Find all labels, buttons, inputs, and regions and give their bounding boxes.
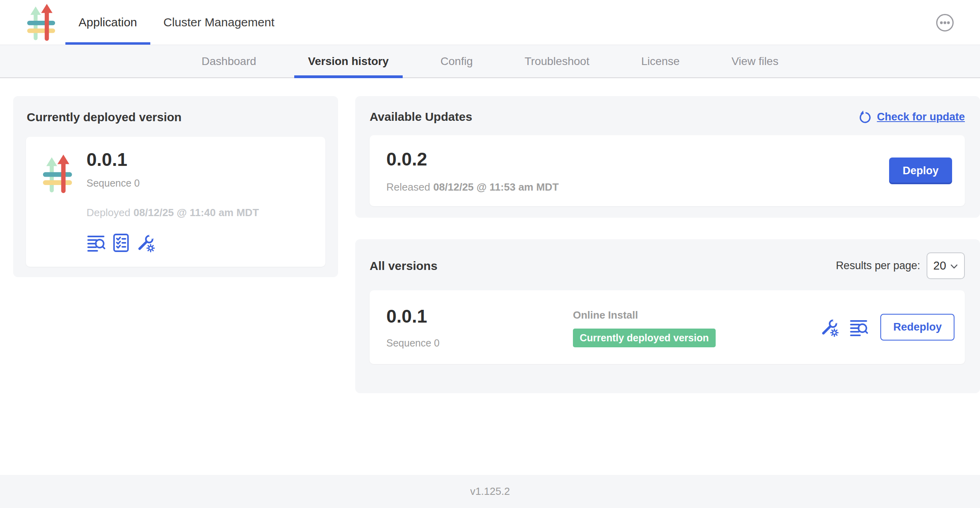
app-logo-icon <box>24 4 59 41</box>
log-search-icon[interactable] <box>87 233 106 252</box>
redeploy-button[interactable]: Redeploy <box>880 314 954 341</box>
all-versions-panel: All versions Results per page: 20 0.0. <box>355 239 980 393</box>
top-navbar: Application Cluster Management <box>0 0 980 45</box>
chevron-down-icon <box>950 263 958 271</box>
version-row: 0.0.1 Sequence 0 Online Install Currentl… <box>370 290 965 364</box>
tab-application[interactable]: Application <box>65 0 150 45</box>
app-logo-icon <box>40 149 75 252</box>
log-search-icon[interactable] <box>849 318 868 337</box>
tab-license[interactable]: License <box>627 45 694 77</box>
version-row-actions: Redeploy <box>820 314 954 341</box>
deployed-version-number: 0.0.1 <box>87 149 259 170</box>
results-per-page-select[interactable]: 20 <box>927 252 965 279</box>
update-details: 0.0.2 Released08/12/25 @ 11:53 am MDT <box>386 148 559 193</box>
footer-bar: v1.125.2 <box>0 475 980 508</box>
released-prefix: Released <box>386 181 430 193</box>
all-versions-header: All versions Results per page: 20 <box>370 252 965 279</box>
admin-console-page: Application Cluster Management Dashboard… <box>0 0 980 508</box>
tab-license-label: License <box>641 55 680 68</box>
tab-application-label: Application <box>79 16 137 29</box>
all-versions-title: All versions <box>370 259 437 273</box>
available-updates-title: Available Updates <box>370 110 472 124</box>
current-version-column: Currently deployed version 0.0.1 Sequenc… <box>13 96 338 277</box>
version-row-sequence: Sequence 0 <box>386 337 573 349</box>
tab-version-history-label: Version history <box>308 55 389 68</box>
top-nav-tabs: Application Cluster Management <box>65 0 287 45</box>
currently-deployed-panel: Currently deployed version 0.0.1 Sequenc… <box>13 96 338 277</box>
deployed-date: 08/12/25 @ 11:40 am MDT <box>134 207 259 219</box>
tab-config[interactable]: Config <box>427 45 487 77</box>
tab-view-files[interactable]: View files <box>718 45 793 77</box>
tab-troubleshoot[interactable]: Troubleshoot <box>511 45 603 77</box>
update-row: 0.0.2 Released08/12/25 @ 11:53 am MDT De… <box>370 135 965 206</box>
results-per-page-label: Results per page: <box>836 260 920 272</box>
deployed-timestamp: Deployed08/12/25 @ 11:40 am MDT <box>87 207 259 219</box>
version-row-status: Online Install Currently deployed versio… <box>573 307 820 347</box>
results-per-page-value: 20 <box>933 259 946 272</box>
refresh-icon <box>858 110 872 124</box>
tab-dashboard-label: Dashboard <box>202 55 256 68</box>
deployed-version-details: 0.0.1 Sequence 0 Deployed08/12/25 @ 11:4… <box>87 149 259 252</box>
released-date: 08/12/25 @ 11:53 am MDT <box>433 181 559 193</box>
currently-deployed-badge: Currently deployed version <box>573 329 716 347</box>
console-version: v1.125.2 <box>470 485 510 498</box>
deployed-version-actions <box>87 233 259 252</box>
tab-config-label: Config <box>441 55 473 68</box>
check-for-update-link[interactable]: Check for update <box>858 110 965 124</box>
version-row-details: 0.0.1 Sequence 0 <box>386 305 573 349</box>
deployed-sequence: Sequence 0 <box>87 177 259 189</box>
tab-cluster-management-label: Cluster Management <box>163 16 274 29</box>
tab-troubleshoot-label: Troubleshoot <box>525 55 589 68</box>
update-version-number: 0.0.2 <box>386 148 559 170</box>
available-updates-panel: Available Updates Check for update 0.0.2… <box>355 96 980 218</box>
deployed-prefix: Deployed <box>87 207 130 219</box>
install-type-label: Online Install <box>573 309 820 321</box>
versions-column: Available Updates Check for update 0.0.2… <box>355 96 980 393</box>
ellipsis-circle-icon[interactable] <box>935 13 954 32</box>
update-released-timestamp: Released08/12/25 @ 11:53 am MDT <box>386 181 559 193</box>
app-subnav: Dashboard Version history Config Trouble… <box>0 45 980 78</box>
tab-view-files-label: View files <box>732 55 779 68</box>
wrench-gear-icon[interactable] <box>820 318 839 337</box>
main-content: Currently deployed version 0.0.1 Sequenc… <box>0 78 980 475</box>
available-updates-header: Available Updates Check for update <box>370 110 965 124</box>
tab-cluster-management[interactable]: Cluster Management <box>150 0 287 45</box>
tab-version-history[interactable]: Version history <box>294 45 403 77</box>
deployed-version-card: 0.0.1 Sequence 0 Deployed08/12/25 @ 11:4… <box>26 137 325 267</box>
preflight-checklist-icon[interactable] <box>111 233 130 252</box>
currently-deployed-title: Currently deployed version <box>27 110 325 124</box>
deploy-button[interactable]: Deploy <box>889 158 952 184</box>
version-row-number: 0.0.1 <box>386 305 573 327</box>
wrench-gear-icon[interactable] <box>136 233 155 252</box>
results-per-page: Results per page: 20 <box>836 252 965 279</box>
tab-dashboard[interactable]: Dashboard <box>188 45 270 77</box>
check-for-update-label: Check for update <box>877 111 965 123</box>
